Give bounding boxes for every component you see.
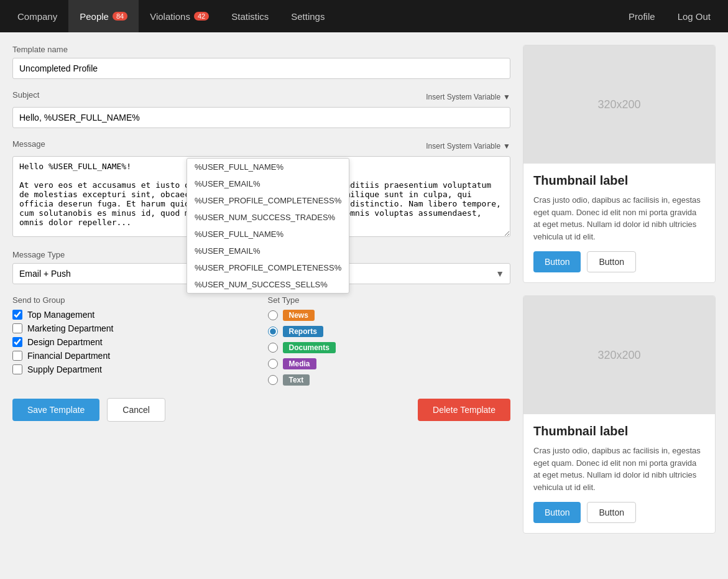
card-1-title: Thumbnail label: [533, 174, 705, 188]
group-checkbox-list: Top Management Marketing Department Desi…: [12, 310, 256, 374]
checkbox-marketing[interactable]: [12, 323, 22, 333]
radio-text[interactable]: [268, 375, 278, 385]
set-type-text[interactable]: Text: [268, 374, 511, 386]
nav-statistics[interactable]: Statistics: [220, 0, 280, 32]
subject-row: Subject Insert System Variable ▼: [12, 90, 510, 103]
cancel-button[interactable]: Cancel: [107, 398, 165, 422]
nav-people-label: People: [80, 11, 109, 22]
var-user-num-success-sells[interactable]: %USER_NUM_SUCCESS_SELLS%: [187, 276, 349, 293]
radio-reports[interactable]: [268, 327, 278, 336]
set-type-documents[interactable]: Documents: [268, 342, 511, 353]
bottom-section: Send to Group Top Management Marketing D…: [12, 295, 510, 386]
set-type-radio-list: News Reports Documents Media: [268, 310, 511, 386]
message-label: Message: [12, 139, 45, 149]
card-1-buttons: Button Button: [533, 251, 705, 272]
nav-statistics-label: Statistics: [231, 11, 269, 22]
card-1-placeholder: 320x200: [523, 45, 715, 164]
card-2-secondary-button[interactable]: Button: [587, 502, 635, 523]
card-1: 320x200 Thumbnail label Cras justo odio,…: [523, 45, 716, 283]
card-1-secondary-button[interactable]: Button: [587, 251, 635, 272]
var-user-email-1[interactable]: %USER_EMAIL%: [187, 175, 349, 192]
card-1-primary-button[interactable]: Button: [533, 251, 581, 272]
nav-violations[interactable]: Violations 42: [139, 0, 220, 32]
delete-template-button[interactable]: Delete Template: [418, 399, 510, 421]
message-group: Message Insert System Variable ▼ %USER_F…: [12, 139, 510, 239]
checkbox-supply[interactable]: [12, 364, 22, 374]
card-1-body: Thumbnail label Cras justo odio, dapibus…: [523, 164, 715, 282]
nav-profile-label: Profile: [629, 11, 655, 22]
var-user-email-2[interactable]: %USER_EMAIL%: [187, 243, 349, 259]
card-2: 320x200 Thumbnail label Cras justo odio,…: [523, 295, 716, 534]
send-to-group-label: Send to Group: [12, 295, 256, 305]
group-design[interactable]: Design Department: [12, 337, 256, 347]
badge-text: Text: [283, 374, 310, 386]
badge-news: News: [283, 310, 315, 321]
nav-profile[interactable]: Profile: [617, 0, 666, 32]
left-panel: Template name Subject Insert System Vari…: [12, 45, 510, 546]
nav-logout[interactable]: Log Out: [666, 0, 722, 32]
var-user-full-name-1[interactable]: %USER_FULL_NAME%: [187, 159, 349, 175]
nav-company[interactable]: Company: [6, 0, 68, 32]
send-to-group-section: Send to Group Top Management Marketing D…: [12, 295, 256, 386]
nav-logout-label: Log Out: [678, 11, 711, 22]
template-name-label: Template name: [12, 45, 510, 54]
set-type-reports[interactable]: Reports: [268, 326, 511, 337]
nav-settings-label: Settings: [291, 11, 325, 22]
radio-documents[interactable]: [268, 343, 278, 353]
nav-company-label: Company: [17, 11, 57, 22]
set-type-section: Set Type News Reports Documents: [268, 295, 511, 386]
card-2-primary-button[interactable]: Button: [533, 502, 581, 523]
card-2-text: Cras justo odio, dapibus ac facilisis in…: [533, 445, 705, 493]
group-top-management[interactable]: Top Management: [12, 310, 256, 320]
subject-label: Subject: [12, 90, 39, 100]
main-content: Template name Subject Insert System Vari…: [0, 32, 728, 558]
nav-people[interactable]: People 84: [68, 0, 139, 32]
badge-documents: Documents: [283, 342, 336, 353]
insert-system-variable-subject[interactable]: Insert System Variable ▼: [426, 93, 510, 101]
nav-settings[interactable]: Settings: [280, 0, 336, 32]
group-marketing[interactable]: Marketing Department: [12, 323, 256, 333]
navbar: Company People 84 Violations 42 Statisti…: [0, 0, 728, 32]
template-name-input[interactable]: [12, 58, 510, 79]
radio-media[interactable]: [268, 359, 278, 369]
var-user-full-name-2[interactable]: %USER_FULL_NAME%: [187, 226, 349, 243]
nav-violations-badge: 42: [194, 12, 209, 21]
var-user-profile-completeness-2[interactable]: %USER_PROFILE_COMPLETENESS%: [187, 259, 349, 276]
insert-system-variable-message[interactable]: Insert System Variable ▼: [426, 142, 510, 151]
set-type-label: Set Type: [268, 295, 511, 305]
nav-people-badge: 84: [113, 12, 127, 21]
message-row: Message Insert System Variable ▼: [12, 139, 510, 152]
var-user-num-success-trades[interactable]: %USER_NUM_SUCCESS_TRADES%: [187, 209, 349, 226]
nav-violations-label: Violations: [150, 11, 190, 22]
checkbox-financial[interactable]: [12, 351, 22, 361]
system-variable-dropdown: %USER_FULL_NAME% %USER_EMAIL% %USER_PROF…: [187, 158, 349, 294]
card-2-placeholder: 320x200: [523, 296, 715, 414]
var-user-profile-completeness-1[interactable]: %USER_PROFILE_COMPLETENESS%: [187, 192, 349, 209]
radio-news[interactable]: [268, 310, 278, 320]
card-2-body: Thumbnail label Cras justo odio, dapibus…: [523, 414, 715, 533]
badge-reports: Reports: [283, 326, 323, 337]
bottom-buttons: Save Template Cancel Delete Template: [12, 398, 510, 422]
subject-input[interactable]: [12, 107, 510, 128]
template-name-group: Template name: [12, 45, 510, 79]
group-financial[interactable]: Financial Department: [12, 351, 256, 361]
right-panel: 320x200 Thumbnail label Cras justo odio,…: [523, 45, 716, 546]
subject-group: Subject Insert System Variable ▼: [12, 90, 510, 128]
group-supply[interactable]: Supply Department: [12, 364, 256, 374]
card-1-text: Cras justo odio, dapibus ac facilisis in…: [533, 194, 705, 243]
checkbox-design[interactable]: [12, 337, 22, 347]
badge-media: Media: [283, 358, 316, 369]
set-type-media[interactable]: Media: [268, 358, 511, 369]
save-template-button[interactable]: Save Template: [12, 399, 99, 421]
card-2-buttons: Button Button: [533, 502, 705, 523]
card-2-title: Thumbnail label: [533, 424, 705, 438]
set-type-news[interactable]: News: [268, 310, 511, 321]
checkbox-top-management[interactable]: [12, 310, 22, 320]
